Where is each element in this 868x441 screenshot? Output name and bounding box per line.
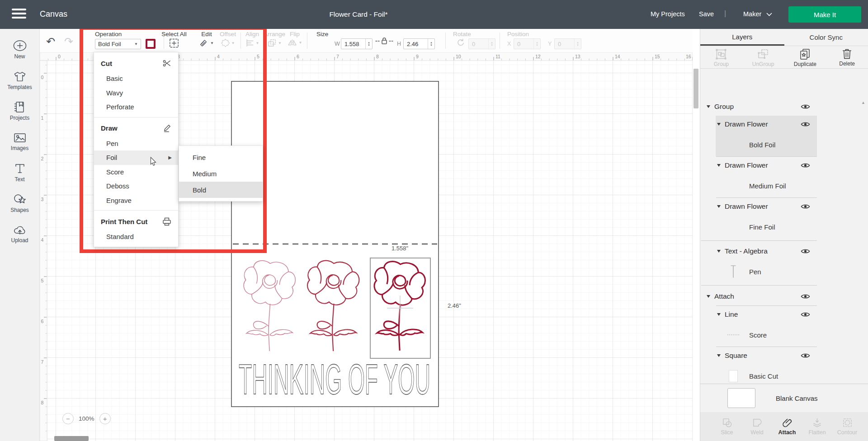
layer-item-bold-foil[interactable]: Bold Foil [700, 133, 868, 156]
flip-icon[interactable]: ▼ [288, 38, 302, 47]
select-all-label: Select All [161, 31, 187, 38]
sidebar-item-shapes[interactable]: Shapes [0, 188, 40, 219]
redo-button[interactable]: ↷ [64, 36, 73, 47]
layer-group-drawn-flower[interactable]: Drawn Flower [700, 198, 868, 215]
blank-canvas-row[interactable]: Blank Canvas [700, 384, 868, 412]
layer-color-swatch[interactable] [146, 39, 156, 49]
layer-group-square[interactable]: Square [700, 347, 868, 364]
expand-arrow-icon[interactable] [717, 205, 721, 208]
op-menu-item-score[interactable]: Score [94, 165, 178, 179]
y-input[interactable]: 0▲▼ [554, 38, 581, 49]
expand-arrow-icon[interactable] [717, 313, 721, 316]
my-projects-link[interactable]: My Projects [651, 10, 685, 18]
vertical-scrollbar[interactable] [693, 69, 698, 108]
foil-submenu-item-fine[interactable]: Fine [179, 149, 263, 165]
tab-layers[interactable]: Layers [700, 29, 784, 46]
ungroup-button[interactable]: UnGroup [742, 46, 784, 68]
foil-submenu-item-bold[interactable]: Bold [179, 182, 263, 198]
photo-icon [14, 132, 26, 143]
svg-text:8: 8 [376, 54, 379, 59]
eye-icon[interactable] [801, 293, 810, 300]
offset-icon[interactable]: ▼ [221, 38, 235, 47]
layer-group-group[interactable]: Group [700, 98, 868, 116]
op-menu-header-print-then-cut: Print Then Cut [94, 213, 178, 230]
layer-group-text-algebra[interactable]: Text - Algebra [700, 243, 868, 260]
width-field-label: W [335, 41, 340, 47]
sidebar-item-templates[interactable]: Templates [0, 65, 40, 96]
operation-label: Operation [95, 31, 122, 38]
operation-select[interactable]: Bold Foil▼ [95, 39, 141, 49]
machine-selector[interactable]: Maker [743, 10, 772, 18]
blank-canvas-label: Blank Canvas [776, 394, 818, 402]
foil-submenu: FineMediumBold [179, 145, 263, 202]
eye-icon[interactable] [801, 103, 810, 110]
op-menu-item-standard[interactable]: Standard [94, 230, 178, 244]
op-menu-header-cut: Cut [94, 55, 178, 71]
expand-arrow-icon[interactable] [707, 105, 710, 108]
canvas-label: Canvas [40, 9, 67, 19]
op-menu-item-deboss[interactable]: Deboss [94, 179, 178, 193]
card-sentiment-text[interactable]: THINKING OF YOU [239, 356, 430, 403]
attach-button[interactable]: Attach [773, 412, 801, 441]
sidebar-item-new[interactable]: New [0, 34, 40, 65]
menu-button[interactable] [12, 9, 27, 20]
layer-group-attach[interactable]: Attach [700, 287, 868, 305]
op-menu-item-engrave[interactable]: Engrave [94, 193, 178, 208]
layers-panel: LayersColor Sync GroupUnGroupDuplicateDe… [700, 29, 868, 441]
height-input[interactable]: 2.46▲▼ [403, 38, 435, 49]
zoom-out-button[interactable]: − [62, 413, 74, 424]
op-menu-item-wavy[interactable]: Wavy [94, 86, 178, 100]
save-link[interactable]: Save [699, 10, 714, 18]
op-menu-item-basic[interactable]: Basic [94, 71, 178, 86]
rotate-input[interactable]: 0▲▼ [468, 38, 495, 49]
arrange-icon[interactable]: ▼ [267, 38, 282, 47]
expand-arrow-icon[interactable] [707, 295, 710, 298]
sidebar-item-upload[interactable]: Upload [0, 219, 40, 249]
edit-tool-icon[interactable]: ▼ [199, 38, 214, 47]
layer-group-drawn-flower[interactable]: Drawn Flower [700, 157, 868, 174]
scissors-icon [162, 59, 171, 67]
foil-submenu-item-medium[interactable]: Medium [179, 165, 263, 182]
eye-icon[interactable] [801, 311, 810, 318]
layer-item-medium-foil[interactable]: Medium Foil [700, 174, 868, 197]
slice-button[interactable]: Slice [713, 412, 741, 441]
slice-icon [722, 418, 732, 428]
select-all-icon[interactable] [170, 38, 179, 48]
align-icon[interactable]: ▼ [245, 38, 259, 47]
sidebar-item-projects[interactable]: Projects [0, 96, 40, 127]
sidebar-item-images[interactable]: Images [0, 127, 40, 157]
weld-button[interactable]: Weld [743, 412, 771, 441]
eye-icon[interactable] [801, 352, 810, 359]
lock-aspect-icon[interactable] [375, 37, 393, 45]
expand-arrow-icon[interactable] [717, 354, 721, 357]
eye-icon[interactable] [801, 248, 810, 254]
panel-scroll-up-icon[interactable]: ▲ [861, 100, 865, 105]
layer-item-pen[interactable]: Pen [700, 260, 868, 283]
horizontal-scrollbar[interactable] [54, 436, 89, 441]
duplicate-button[interactable]: Duplicate [784, 46, 826, 68]
expand-arrow-icon[interactable] [717, 164, 721, 167]
group-button[interactable]: Group [700, 46, 742, 68]
expand-arrow-icon[interactable] [717, 123, 721, 126]
op-menu-item-foil[interactable]: Foil▶ [94, 150, 178, 165]
x-input[interactable]: 0▲▼ [514, 38, 541, 49]
op-menu-item-perforate[interactable]: Perforate [94, 100, 178, 114]
sidebar-item-text[interactable]: Text [0, 157, 40, 188]
layer-group-drawn-flower[interactable]: Drawn Flower [700, 116, 868, 133]
make-it-button[interactable]: Make It [788, 6, 861, 23]
op-menu-item-pen[interactable]: Pen [94, 136, 178, 151]
delete-button[interactable]: Delete [826, 46, 868, 68]
layer-item-fine-foil[interactable]: Fine Foil [700, 215, 868, 239]
zoom-in-button[interactable]: + [99, 413, 111, 424]
contour-button[interactable]: Contour [833, 412, 861, 441]
expand-arrow-icon[interactable] [717, 250, 721, 253]
layer-group-line[interactable]: Line [700, 306, 868, 323]
eye-icon[interactable] [801, 162, 810, 169]
flatten-button[interactable]: Flatten [803, 412, 831, 441]
eye-icon[interactable] [801, 203, 810, 210]
eye-icon[interactable] [801, 121, 810, 127]
undo-button[interactable]: ↶ [46, 36, 55, 47]
tab-color-sync[interactable]: Color Sync [784, 29, 868, 46]
layer-item-score[interactable]: Score [700, 323, 868, 347]
width-input[interactable]: 1.558▲▼ [341, 38, 373, 49]
